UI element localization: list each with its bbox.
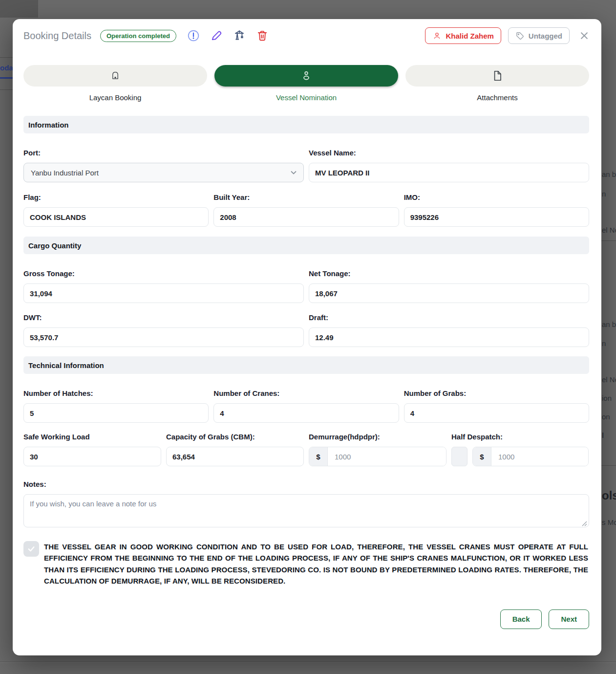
background-divider <box>0 89 13 90</box>
pencil-icon[interactable] <box>210 29 223 42</box>
capacity-of-grabs-input[interactable] <box>166 447 304 466</box>
half-despatch-controls: $ <box>451 447 589 466</box>
background-tab-indicator <box>0 77 13 79</box>
demurrage-input[interactable] <box>328 447 446 466</box>
dwt-field: DWT: <box>23 313 304 347</box>
capacity-of-grabs-field: Capacity of Grabs (CBM): <box>166 433 304 466</box>
tab-attachments[interactable] <box>405 65 589 87</box>
flag-label: Flag: <box>23 193 209 201</box>
draft-field: Draft: <box>309 313 589 347</box>
dollar-addon: $ <box>309 447 328 466</box>
cranes-input[interactable] <box>213 403 399 423</box>
background-text-fragment: an by <box>602 320 616 328</box>
tab-label-vessel[interactable]: Vessel Nomination <box>214 93 398 102</box>
untagged-button[interactable]: Untagged <box>508 27 570 44</box>
booking-details-modal: Booking Details Operation completed <box>13 19 601 655</box>
net-tonage-field: Net Tonage: <box>309 269 589 303</box>
modal-header: Booking Details Operation completed <box>23 27 589 44</box>
row-hatches-cranes-grabs: Number of Hatches: Number of Cranes: Num… <box>23 389 589 423</box>
section-technical-information: Technical Information <box>23 356 589 374</box>
close-icon[interactable] <box>579 31 589 41</box>
row-swl-capacity-demurrage-despatch: Safe Working Load Capacity of Grabs (CBM… <box>23 433 589 466</box>
background-text-fragment: n <box>602 339 606 348</box>
untagged-label: Untagged <box>529 32 562 40</box>
net-tonage-input[interactable] <box>309 283 589 303</box>
next-button[interactable]: Next <box>549 609 589 629</box>
tab-laycan-booking[interactable] <box>23 65 207 87</box>
trash-icon[interactable] <box>256 29 269 42</box>
safe-working-load-label: Safe Working Load <box>23 433 161 441</box>
notes-textarea[interactable] <box>23 494 589 527</box>
port-select[interactable]: Yanbu Industrial Port <box>23 163 304 182</box>
dwt-label: DWT: <box>23 313 304 322</box>
agreement-text: THE VESSEL GEAR IN GOOD WORKING CONDITIO… <box>44 541 589 587</box>
cranes-label: Number of Cranes: <box>213 389 399 397</box>
row-dwt-draft: DWT: Draft: <box>23 313 589 347</box>
demurrage-input-group: $ <box>309 447 446 466</box>
crane-icon[interactable] <box>233 29 246 42</box>
half-despatch-checkbox[interactable] <box>451 447 467 466</box>
background-heading-fragment: ols <box>602 489 616 502</box>
agreement-row: THE VESSEL GEAR IN GOOD WORKING CONDITIO… <box>23 541 589 587</box>
document-icon <box>491 69 504 82</box>
capacity-of-grabs-label: Capacity of Grabs (CBM): <box>166 433 304 441</box>
grabs-field: Number of Grabs: <box>404 389 589 423</box>
tab-vessel-nomination[interactable] <box>214 65 398 87</box>
person-icon <box>300 69 313 82</box>
step-tabs <box>23 65 589 87</box>
dwt-input[interactable] <box>23 327 304 347</box>
row-flag-built-imo: Flag: Built Year: IMO: <box>23 193 589 227</box>
background-footer-divider-highlight <box>0 662 616 663</box>
person-icon <box>432 31 442 41</box>
hatches-field: Number of Hatches: <box>23 389 209 423</box>
tag-icon <box>515 31 525 41</box>
flag-input[interactable] <box>23 207 209 227</box>
vessel-name-input[interactable] <box>309 163 589 182</box>
port-label: Port: <box>23 149 304 157</box>
built-year-field: Built Year: <box>213 193 399 227</box>
section-information: Information <box>23 116 589 133</box>
home-icon <box>109 69 122 82</box>
dollar-addon: $ <box>473 447 491 466</box>
vessel-name-field: Vessel Name: <box>309 149 589 182</box>
half-despatch-input[interactable] <box>491 447 588 466</box>
draft-label: Draft: <box>309 313 589 322</box>
background-window-corner <box>0 0 38 18</box>
background-divider <box>601 240 616 241</box>
background-text-fragment: el No <box>602 375 616 384</box>
hatches-input[interactable] <box>23 403 209 423</box>
notes-textarea-wrap <box>23 494 589 529</box>
gross-tonage-field: Gross Tonage: <box>23 269 304 303</box>
grabs-input[interactable] <box>404 403 589 423</box>
imo-input[interactable] <box>404 207 589 227</box>
alert-circle-icon[interactable] <box>187 29 200 42</box>
vessel-name-label: Vessel Name: <box>309 149 589 157</box>
built-year-input[interactable] <box>213 207 399 227</box>
safe-working-load-input[interactable] <box>23 447 161 466</box>
half-despatch-input-group: $ <box>472 447 589 466</box>
half-despatch-field: Half Despatch: $ <box>451 433 589 466</box>
demurrage-field: Demurrage(hdpdpr): $ <box>309 433 446 466</box>
background-divider <box>601 465 616 466</box>
background-text-fragment: l <box>602 431 604 439</box>
background-divider <box>0 57 13 58</box>
modal-footer: Back Next <box>23 609 589 629</box>
assigned-user-button[interactable]: Khalid Zahem <box>425 27 501 44</box>
cranes-field: Number of Cranes: <box>213 389 399 423</box>
demurrage-label: Demurrage(hdpdpr): <box>309 433 446 441</box>
back-button[interactable]: Back <box>500 609 542 629</box>
background-text-fragment: ion <box>602 394 612 402</box>
port-field: Port: Yanbu Industrial Port <box>23 149 304 182</box>
agreement-checkbox[interactable] <box>23 541 39 557</box>
gross-tonage-input[interactable] <box>23 283 304 303</box>
tab-label-laycan[interactable]: Laycan Booking <box>23 93 207 102</box>
safe-working-load-field: Safe Working Load <box>23 433 161 466</box>
background-text-fragment: n <box>602 190 606 198</box>
step-tab-labels: Laycan Booking Vessel Nomination Attachm… <box>23 93 589 102</box>
net-tonage-label: Net Tonage: <box>309 269 589 278</box>
tab-label-attachments[interactable]: Attachments <box>405 93 589 102</box>
page-title: Booking Details <box>23 30 91 42</box>
draft-input[interactable] <box>309 327 589 347</box>
imo-label: IMO: <box>404 193 589 201</box>
resize-handle-icon[interactable] <box>581 521 587 526</box>
